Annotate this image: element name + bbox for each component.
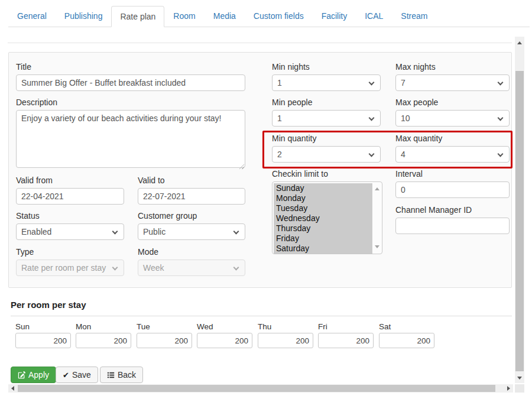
listbox-option[interactable]: Saturday bbox=[274, 244, 372, 254]
valid-to-input[interactable] bbox=[138, 188, 245, 205]
valid-from-field: Valid from bbox=[16, 176, 124, 205]
rate-day-sat: Sat bbox=[379, 322, 434, 348]
listbox-option[interactable]: Sunday bbox=[274, 183, 372, 193]
chevron-down-icon bbox=[233, 265, 239, 271]
listbox-option[interactable]: Monday bbox=[274, 193, 372, 203]
rate-input-mon[interactable] bbox=[76, 333, 131, 348]
customer-group-select[interactable]: Public bbox=[138, 223, 245, 240]
save-button[interactable]: ✔ Save bbox=[56, 367, 98, 383]
tab-stream[interactable]: Stream bbox=[392, 5, 436, 27]
rates-section-title: Per room per stay bbox=[11, 300, 86, 310]
channel-manager-id-input[interactable] bbox=[395, 218, 510, 234]
rate-input-wed[interactable] bbox=[197, 333, 252, 348]
vertical-scrollbar-thumb[interactable] bbox=[515, 71, 524, 371]
interval-label: Interval bbox=[395, 169, 510, 179]
scroll-down-icon[interactable] bbox=[517, 377, 522, 380]
checkin-limit-field: Checkin limit to Sunday Monday Tuesday W… bbox=[272, 169, 382, 254]
chevron-down-icon bbox=[112, 229, 118, 235]
mode-select: Week bbox=[138, 260, 245, 276]
description-field: Description Enjoy a variety of our beach… bbox=[16, 98, 245, 170]
listbox-scrollbar[interactable] bbox=[373, 183, 381, 253]
interval-field: Interval bbox=[395, 169, 510, 198]
scroll-right-icon[interactable] bbox=[507, 386, 510, 391]
min-nights-field: Min nights 1 bbox=[272, 62, 381, 91]
status-field: Status Enabled bbox=[16, 211, 124, 240]
tab-ical[interactable]: ICAL bbox=[356, 5, 392, 27]
max-nights-value: 7 bbox=[401, 78, 406, 87]
min-people-field: Min people 1 bbox=[272, 98, 381, 127]
day-label: Sat bbox=[379, 322, 434, 331]
scroll-left-icon[interactable] bbox=[11, 386, 14, 391]
rate-day-wed: Wed bbox=[197, 322, 252, 348]
rate-input-tue[interactable] bbox=[137, 333, 192, 348]
type-label: Type bbox=[16, 247, 124, 257]
tab-bar: General Publishing Rate plan Room Media … bbox=[8, 6, 530, 27]
day-label: Sun bbox=[15, 322, 71, 331]
status-select[interactable]: Enabled bbox=[16, 223, 124, 240]
max-quantity-field: Max quantity 4 bbox=[395, 134, 510, 163]
tab-custom-fields[interactable]: Custom fields bbox=[245, 5, 313, 27]
rate-plan-editor: General Publishing Rate plan Room Media … bbox=[0, 0, 532, 402]
rate-day-sun: Sun bbox=[15, 322, 71, 348]
max-people-select[interactable]: 10 bbox=[395, 110, 510, 127]
max-quantity-select[interactable]: 4 bbox=[395, 146, 510, 163]
rate-input-sun[interactable] bbox=[15, 333, 71, 348]
checkin-limit-listbox[interactable]: Sunday Monday Tuesday Wednesday Thursday… bbox=[272, 181, 382, 254]
interval-input[interactable] bbox=[395, 181, 510, 198]
horizontal-scrollbar-thumb[interactable] bbox=[18, 385, 495, 392]
scroll-up-icon[interactable] bbox=[517, 41, 522, 44]
rate-day-tue: Tue bbox=[137, 322, 192, 348]
back-button-label: Back bbox=[118, 370, 136, 380]
back-button[interactable]: Back bbox=[100, 367, 143, 383]
listbox-option[interactable]: Wednesday bbox=[274, 213, 372, 223]
min-nights-value: 1 bbox=[277, 78, 282, 87]
chevron-down-icon bbox=[233, 229, 239, 235]
status-label: Status bbox=[16, 211, 124, 221]
valid-from-label: Valid from bbox=[16, 176, 124, 186]
max-quantity-label: Max quantity bbox=[395, 134, 510, 144]
day-label: Thu bbox=[258, 322, 313, 331]
tab-publishing[interactable]: Publishing bbox=[56, 5, 112, 27]
description-textarea[interactable]: Enjoy a variety of our beach activities … bbox=[16, 110, 245, 168]
rate-input-thu[interactable] bbox=[258, 333, 313, 348]
chevron-down-icon bbox=[369, 115, 375, 121]
min-people-value: 1 bbox=[277, 114, 282, 123]
valid-from-input[interactable] bbox=[16, 188, 124, 205]
tab-room[interactable]: Room bbox=[164, 5, 204, 27]
min-quantity-field: Min quantity 2 bbox=[272, 134, 381, 163]
max-nights-select[interactable]: 7 bbox=[395, 74, 510, 91]
chevron-down-icon bbox=[498, 151, 504, 157]
apply-button[interactable]: Apply bbox=[11, 367, 56, 383]
min-people-select[interactable]: 1 bbox=[272, 110, 381, 127]
list-icon bbox=[107, 371, 115, 379]
rate-input-fri[interactable] bbox=[318, 333, 374, 348]
max-people-value: 10 bbox=[401, 114, 410, 123]
tab-rate-plan[interactable]: Rate plan bbox=[111, 6, 164, 27]
min-quantity-select[interactable]: 2 bbox=[272, 146, 381, 163]
valid-to-field: Valid to bbox=[138, 176, 245, 205]
scroll-up-icon[interactable] bbox=[375, 187, 379, 190]
tab-facility[interactable]: Facility bbox=[313, 5, 356, 27]
max-nights-label: Max nights bbox=[395, 62, 510, 72]
type-value: Rate per room per stay bbox=[21, 263, 106, 273]
title-field: Title bbox=[16, 62, 245, 91]
channel-manager-id-label: Channel Manager ID bbox=[395, 205, 510, 215]
tab-general[interactable]: General bbox=[8, 5, 56, 27]
rate-input-sat[interactable] bbox=[379, 333, 434, 348]
min-people-label: Min people bbox=[272, 98, 381, 108]
title-input[interactable] bbox=[16, 74, 245, 91]
channel-manager-id-field: Channel Manager ID bbox=[395, 205, 510, 234]
content-divider bbox=[8, 43, 512, 43]
vertical-scrollbar[interactable] bbox=[515, 37, 524, 383]
chevron-down-icon bbox=[369, 80, 375, 86]
apply-button-label: Apply bbox=[28, 370, 49, 380]
listbox-option[interactable]: Tuesday bbox=[274, 203, 372, 213]
min-nights-select[interactable]: 1 bbox=[272, 74, 381, 91]
horizontal-scrollbar[interactable] bbox=[8, 384, 513, 393]
edit-icon bbox=[18, 371, 25, 379]
scroll-down-icon[interactable] bbox=[375, 245, 379, 248]
listbox-option[interactable]: Thursday bbox=[274, 223, 372, 234]
listbox-option[interactable]: Friday bbox=[274, 234, 372, 244]
description-label: Description bbox=[16, 98, 245, 108]
tab-media[interactable]: Media bbox=[205, 5, 245, 27]
